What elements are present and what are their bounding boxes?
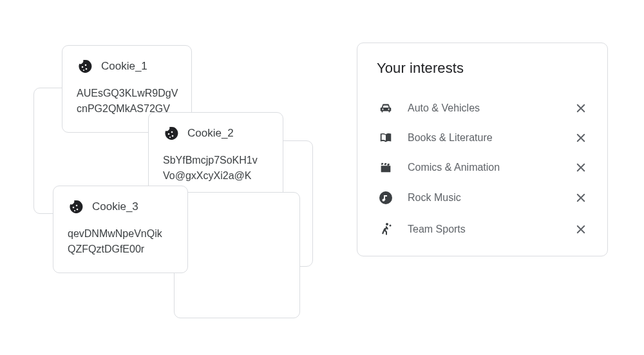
svg-point-9: [76, 205, 78, 207]
interest-row: Team Sports: [377, 213, 588, 245]
sport-icon: [377, 221, 395, 238]
cookie-icon: [68, 199, 83, 215]
svg-point-6: [172, 135, 174, 137]
svg-point-0: [82, 66, 84, 68]
clapperboard-icon: [377, 160, 395, 175]
interest-label: Rock Music: [408, 192, 561, 204]
svg-point-12: [379, 191, 392, 204]
cookie-title: Cookie_2: [187, 127, 234, 140]
remove-button[interactable]: [574, 222, 588, 236]
interests-title: Your interests: [377, 60, 588, 77]
svg-point-10: [77, 209, 79, 211]
cookie-icon: [77, 59, 92, 74]
interest-label: Team Sports: [408, 224, 561, 235]
svg-point-7: [169, 137, 171, 138]
svg-point-3: [83, 70, 84, 71]
svg-point-5: [171, 131, 173, 133]
interest-label: Comics & Animation: [408, 162, 561, 173]
book-icon: [377, 131, 395, 145]
svg-point-14: [390, 225, 392, 227]
interest-row: Auto & Vehicles: [377, 93, 588, 123]
interest-row: Rock Music: [377, 182, 588, 213]
cookie-icon: [163, 126, 178, 141]
svg-point-13: [386, 223, 388, 225]
cookie-data: SbYfBmcjp7SoKH1v Vo@gxXcyXi2a@K: [163, 153, 269, 184]
remove-button[interactable]: [574, 131, 588, 145]
cookie-data: qevDNMwNpeVnQik QZFQztDGfE00r: [68, 226, 173, 257]
music-icon: [377, 190, 395, 206]
blank-card: [174, 192, 300, 318]
cookie-card: Cookie_3 qevDNMwNpeVnQik QZFQztDGfE00r: [53, 186, 188, 273]
cookie-pile: Cookie_1 AUEsGQ3KLwR9DgV cnPG2QMkAS72GV …: [33, 45, 304, 322]
svg-point-11: [74, 210, 75, 211]
svg-point-2: [86, 68, 88, 70]
svg-point-1: [85, 64, 87, 66]
remove-button[interactable]: [574, 160, 588, 175]
interest-label: Auto & Vehicles: [408, 102, 561, 114]
remove-button[interactable]: [574, 101, 588, 115]
car-icon: [377, 101, 395, 115]
svg-point-8: [73, 207, 75, 209]
cookie-title: Cookie_1: [101, 60, 147, 73]
interest-label: Books & Literature: [408, 132, 561, 144]
cookie-title: Cookie_3: [92, 200, 138, 213]
interests-panel: Your interests Auto & Vehicles Books & L…: [357, 43, 608, 256]
remove-button[interactable]: [574, 191, 588, 205]
interest-row: Comics & Animation: [377, 153, 588, 182]
interest-row: Books & Literature: [377, 123, 588, 153]
svg-point-4: [168, 133, 170, 135]
